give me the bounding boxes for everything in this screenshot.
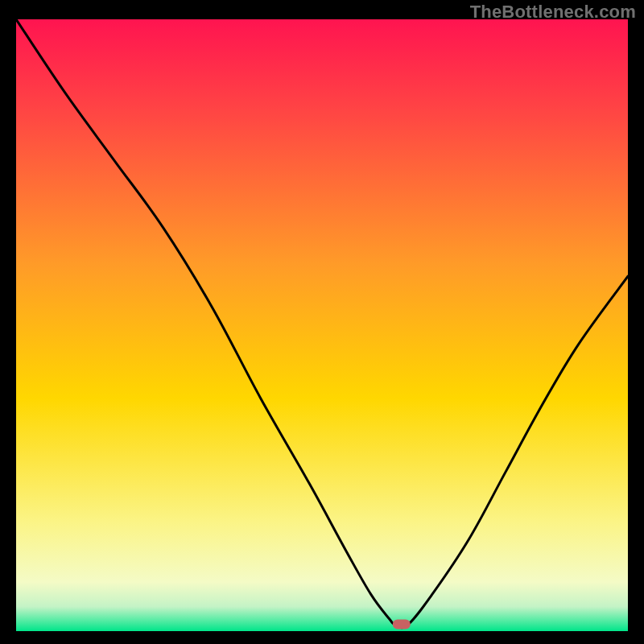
chart-svg (16, 19, 628, 631)
chart-background (16, 19, 628, 631)
optimum-marker (393, 619, 411, 629)
chart-container: TheBottleneck.com (0, 0, 644, 644)
watermark-text: TheBottleneck.com (470, 2, 636, 23)
plot-frame (16, 19, 628, 631)
